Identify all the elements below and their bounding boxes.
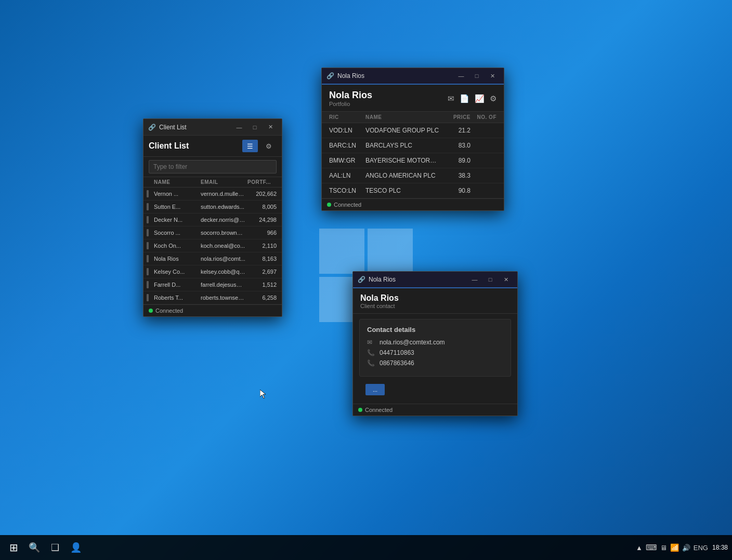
- row-name: Vernon ...: [154, 191, 201, 197]
- portfolio-row[interactable]: AAL:LN ANGLO AMERICAN PLC 38.3: [322, 168, 504, 183]
- client-list-maximize[interactable]: □: [247, 121, 262, 134]
- client-list-status-text: Connected: [155, 308, 183, 314]
- prow-name: BAYERISCHE MOTOREN WERKE AG: [365, 157, 439, 164]
- taskbar-time[interactable]: 18:38: [712, 543, 728, 552]
- col-name: NAME: [154, 179, 201, 185]
- row-indicator: [147, 255, 149, 262]
- taskbar-display-icon[interactable]: 🖥: [660, 544, 667, 552]
- taskbar-keyboard-icon[interactable]: ⌨: [646, 543, 657, 552]
- client-list-titlebar[interactable]: 🔗 Client List — □ ✕: [143, 119, 282, 136]
- pcol-noof: NO. OF: [470, 114, 496, 120]
- prow-noof: [470, 172, 496, 179]
- contact-header: Nola Rios Client contact: [353, 288, 517, 314]
- contact-maximize[interactable]: □: [483, 273, 498, 286]
- portfolio-title-text: Nola Rios: [337, 72, 454, 79]
- taskbar-search[interactable]: 🔍: [25, 538, 44, 557]
- portfolio-doc-icon[interactable]: 📄: [460, 94, 469, 103]
- row-email: roberts.townsen...: [201, 295, 247, 301]
- filter-input-wrap: [143, 157, 282, 177]
- portfolio-controls: — □ ✕: [454, 70, 500, 82]
- client-list-row[interactable]: Socorro ... socorro.brown@... 966: [143, 226, 282, 239]
- prow-name: VODAFONE GROUP PLC: [365, 127, 439, 134]
- portfolio-maximize[interactable]: □: [469, 70, 484, 82]
- col-email: EMAIL: [201, 179, 247, 185]
- taskbar-users[interactable]: 👤: [67, 538, 85, 557]
- contact-details-box: Contact details ✉ nola.rios@comtext.com …: [359, 319, 511, 377]
- row-portfolio: 966: [247, 230, 279, 236]
- taskbar-network-icon[interactable]: 📶: [670, 543, 679, 552]
- col-indicator: [147, 179, 154, 185]
- portfolio-row[interactable]: TSCO:LN TESCO PLC 90.8: [322, 183, 504, 198]
- row-indicator: [147, 294, 149, 301]
- contact-phone2-value: 0867863646: [380, 359, 414, 367]
- contact-status-dot: [358, 408, 362, 412]
- prow-name: ANGLO AMERICAN PLC: [365, 172, 439, 179]
- client-list-heading: Client List: [149, 141, 189, 151]
- taskbar-task-view[interactable]: ❑: [46, 538, 64, 557]
- row-email: nola.rios@comt...: [201, 256, 247, 262]
- row-portfolio: 8,163: [247, 256, 279, 262]
- contact-minimize[interactable]: —: [467, 273, 482, 286]
- filter-input[interactable]: [149, 160, 277, 174]
- contact-email-value: nola.rios@comtext.com: [380, 339, 445, 346]
- row-name: Koch On...: [154, 243, 201, 249]
- portfolio-row[interactable]: BMW:GR BAYERISCHE MOTOREN WERKE AG 89.0: [322, 153, 504, 168]
- pcol-price: PRICE: [439, 114, 470, 120]
- client-list-row[interactable]: Vernon ... vernon.d.mullen... 202,662: [143, 188, 282, 201]
- portfolio-table-body: VOD:LN VODAFONE GROUP PLC 21.2 BARC:LN B…: [322, 123, 504, 198]
- row-portfolio: 2,110: [247, 243, 279, 249]
- list-view-button[interactable]: ☰: [242, 140, 258, 152]
- row-name: Roberts T...: [154, 295, 201, 301]
- prow-noof: [470, 187, 496, 194]
- portfolio-minimize[interactable]: —: [454, 70, 468, 82]
- contact-actions: ...: [353, 382, 517, 404]
- portfolio-name-block: Nola Rios Portfolio: [329, 90, 372, 107]
- portfolio-row[interactable]: BARC:LN BARCLAYS PLC 83.0: [322, 138, 504, 153]
- client-list-close[interactable]: ✕: [263, 121, 278, 134]
- contact-action-button[interactable]: ...: [365, 384, 385, 395]
- start-button[interactable]: ⊞: [4, 538, 23, 557]
- settings-button[interactable]: ⚙: [261, 140, 277, 152]
- client-list-row[interactable]: Decker N... decker.norris@d... 24,298: [143, 214, 282, 226]
- contact-close[interactable]: ✕: [499, 273, 513, 286]
- taskbar-chevron-icon[interactable]: ▲: [636, 544, 643, 552]
- client-list-row[interactable]: Koch On... koch.oneal@co... 2,110: [143, 239, 282, 252]
- contact-status-text: Connected: [365, 407, 393, 413]
- client-list-minimize[interactable]: —: [232, 121, 246, 134]
- portfolio-subtitle: Portfolio: [329, 101, 372, 107]
- client-list-window: 🔗 Client List — □ ✕ Client List ☰ ⚙ NAME…: [143, 118, 282, 317]
- contact-titlebar[interactable]: 🔗 Nola Rios — □ ✕: [353, 272, 517, 288]
- portfolio-titlebar[interactable]: 🔗 Nola Rios — □ ✕: [322, 68, 504, 85]
- taskbar-volume-icon[interactable]: 🔊: [682, 544, 690, 552]
- prow-ric: AAL:LN: [329, 172, 365, 179]
- prow-ric: VOD:LN: [329, 127, 365, 134]
- client-list-row[interactable]: Nola Rios nola.rios@comt... 8,163: [143, 252, 282, 265]
- portfolio-close[interactable]: ✕: [485, 70, 500, 82]
- portfolio-row[interactable]: VOD:LN VODAFONE GROUP PLC 21.2: [322, 123, 504, 138]
- portfolio-table-header: RIC NAME PRICE NO. OF: [322, 112, 504, 123]
- contact-email-icon: ✉: [367, 339, 375, 346]
- client-list-row[interactable]: Kelsey Co... kelsey.cobb@qo... 2,697: [143, 265, 282, 278]
- portfolio-chart-icon[interactable]: 📈: [475, 94, 485, 103]
- taskbar-clock: 18:38: [712, 543, 728, 552]
- client-list-row[interactable]: Farrell D... farrell.dejesus@... 1,512: [143, 278, 282, 291]
- client-list-row[interactable]: Roberts T... roberts.townsen... 6,258: [143, 291, 282, 304]
- portfolio-status-bar: Connected: [322, 198, 504, 210]
- prow-ric: BARC:LN: [329, 142, 365, 149]
- portfolio-settings-icon[interactable]: ⚙: [490, 94, 496, 103]
- contact-phone2-row: 📞 0867863646: [367, 359, 503, 367]
- prow-noof: [470, 127, 496, 134]
- prow-price: 21.2: [439, 127, 470, 134]
- client-list-row[interactable]: Sutton E... sutton.edwards... 8,005: [143, 201, 282, 214]
- row-portfolio: 24,298: [247, 217, 279, 223]
- col-portfolio: PORTF...: [247, 179, 279, 185]
- contact-phone1-value: 0447110863: [380, 349, 414, 356]
- prow-ric: TSCO:LN: [329, 187, 365, 194]
- row-indicator: [147, 281, 149, 288]
- portfolio-email-icon[interactable]: ✉: [448, 94, 454, 103]
- contact-phone1-icon: 📞: [367, 349, 375, 356]
- row-email: vernon.d.mullen...: [201, 191, 247, 197]
- row-name: Farrell D...: [154, 282, 201, 288]
- row-portfolio: 202,662: [247, 191, 279, 197]
- contact-details-title: Contact details: [367, 326, 503, 334]
